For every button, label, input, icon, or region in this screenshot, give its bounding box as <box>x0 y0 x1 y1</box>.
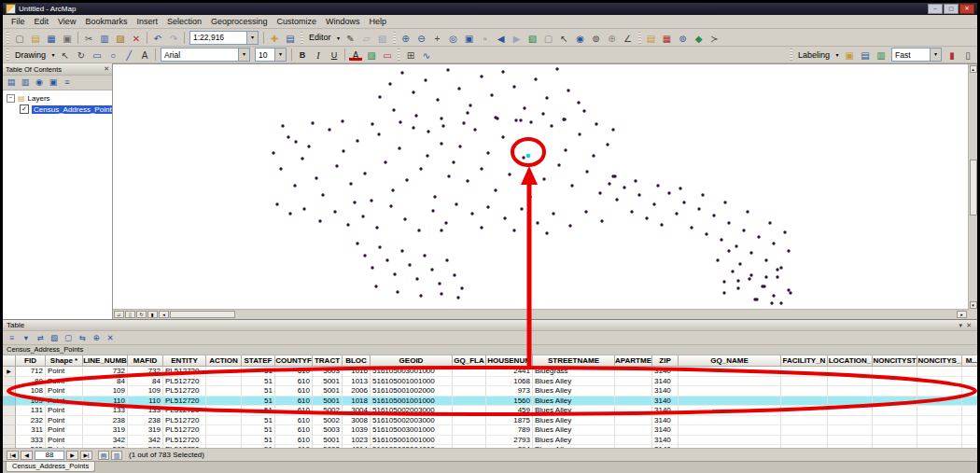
pause-drawing-icon[interactable]: ▮ <box>147 311 158 318</box>
zoom-to-selected-icon[interactable]: ⊕ <box>90 332 103 343</box>
list-by-drawing-order-icon[interactable]: ▤ <box>5 77 18 89</box>
circle-tool-icon[interactable]: ○ <box>105 48 120 62</box>
record-number-input[interactable] <box>35 451 64 460</box>
column-header-housenum[interactable]: HOUSENUM <box>486 355 533 367</box>
save-icon[interactable]: ▦ <box>44 31 59 45</box>
undo-icon[interactable]: ↶ <box>150 31 165 45</box>
menu-selection[interactable]: Selection <box>162 17 206 26</box>
prev-record-button[interactable]: ◀ <box>21 451 33 460</box>
toolbar-grip[interactable] <box>398 49 400 61</box>
redo-icon[interactable]: ↷ <box>166 31 181 45</box>
table-row[interactable]: 80Point8484PL512720516105001101351610500… <box>3 377 977 387</box>
drawing-menu[interactable]: Drawing <box>12 50 49 60</box>
identify-icon[interactable]: ◉ <box>573 31 588 45</box>
edit-pencil-icon[interactable]: ✎ <box>343 31 358 45</box>
python-icon[interactable]: ≻ <box>707 31 722 45</box>
toc-layer-census-address-points[interactable]: ✓ Census_Address_Points <box>3 104 112 115</box>
forward-extent-icon[interactable]: ▶ <box>510 31 525 45</box>
editor-menu[interactable]: Editor <box>306 33 334 42</box>
delete-selected-icon[interactable]: ✕ <box>104 332 117 343</box>
column-header-countyf[interactable]: COUNTYF <box>275 355 313 367</box>
menu-edit[interactable]: Edit <box>30 17 54 26</box>
select-elements-icon[interactable]: ↖ <box>557 31 572 45</box>
map-vertical-scrollbar[interactable]: ▴ ▾ <box>968 64 977 310</box>
toolbar-grip[interactable] <box>301 32 303 44</box>
font-color-icon[interactable]: A <box>348 48 363 62</box>
menu-view[interactable]: View <box>53 17 80 26</box>
open-folder-icon[interactable]: ▤ <box>28 31 43 45</box>
switch-selection-icon[interactable]: ⇆ <box>76 332 89 343</box>
menu-geoprocessing[interactable]: Geoprocessing <box>206 17 273 26</box>
clear-selection-icon[interactable]: ▢ <box>541 31 556 45</box>
italic-button[interactable]: I <box>311 48 326 62</box>
pan-icon[interactable]: + <box>430 31 445 45</box>
row-selector[interactable] <box>3 406 16 416</box>
select-by-attributes-icon[interactable]: ▧ <box>48 332 61 343</box>
next-record-button[interactable]: ▶ <box>66 451 78 460</box>
toc-close-icon[interactable]: ✕ <box>104 65 109 73</box>
table-options-caret-icon[interactable]: ▾ <box>20 332 33 343</box>
zoom-out-icon[interactable]: ⊖ <box>414 31 429 45</box>
table-of-contents-icon[interactable]: ▤ <box>283 31 298 45</box>
column-header-m-[interactable]: M... <box>962 355 977 367</box>
column-header-line-numb[interactable]: LINE_NUMB <box>83 355 128 367</box>
row-selector[interactable] <box>3 416 16 426</box>
underline-button[interactable]: U <box>327 48 342 62</box>
dropdown-caret-icon[interactable]: ▾ <box>335 35 343 41</box>
toc-options-icon[interactable]: ≡ <box>61 77 74 89</box>
toolbar-grip[interactable] <box>638 32 641 44</box>
scroll-up-icon[interactable]: ▴ <box>970 65 977 73</box>
dropdown-caret-icon[interactable]: ▾ <box>274 49 286 61</box>
column-header-bloc[interactable]: BLOC <box>343 355 371 367</box>
label-engine-combo[interactable]: Fast▾ <box>891 48 942 62</box>
toc-layers-root[interactable]: − ▤ Layers <box>3 92 112 104</box>
layout-view-icon[interactable]: ▯ <box>125 311 135 318</box>
column-header-tract[interactable]: TRACT <box>313 355 343 367</box>
scroll-right-icon[interactable]: ▸ <box>957 311 967 318</box>
edit-vertices-icon[interactable]: ▱ <box>359 31 374 45</box>
first-record-button[interactable]: |◀ <box>7 451 19 460</box>
text-tool-icon[interactable]: A <box>137 48 152 62</box>
scrollbar-thumb[interactable] <box>170 311 235 318</box>
menu-help[interactable]: Help <box>365 17 392 26</box>
column-header-shape-[interactable]: Shape * <box>46 355 83 367</box>
fixed-zoom-in-icon[interactable]: ▣ <box>462 31 477 45</box>
table-row[interactable]: 333Point342342PL512720516105001102351610… <box>3 436 977 446</box>
toolbar-grip[interactable] <box>393 32 396 44</box>
row-selector[interactable] <box>3 377 16 387</box>
rectangle-tool-icon[interactable]: ▭ <box>90 48 105 62</box>
refresh-view-icon[interactable]: ↻ <box>136 311 147 318</box>
back-extent-icon[interactable]: ◀ <box>494 31 509 45</box>
row-selector[interactable]: ▶ <box>3 367 16 377</box>
table-row[interactable]: ▶712Point732732PL51272051610500310165161… <box>3 367 977 377</box>
column-header-streetname[interactable]: STREETNAME <box>533 355 615 367</box>
new-document-icon[interactable]: ▢ <box>12 31 27 45</box>
dropdown-caret-icon[interactable]: ▾ <box>49 51 57 58</box>
scrollbar-thumb[interactable] <box>970 160 977 216</box>
delete-icon[interactable]: ✕ <box>129 31 144 45</box>
line-tool-icon[interactable]: ╱ <box>121 48 136 62</box>
go-to-xy-icon[interactable]: ⊕ <box>605 31 620 45</box>
font-size-combo[interactable]: 10▾ <box>255 48 287 62</box>
rotate-tool-icon[interactable]: ↻ <box>74 48 89 62</box>
dropdown-caret-icon[interactable]: ▾ <box>238 49 249 61</box>
column-header-mafid[interactable]: MAFID <box>128 355 163 367</box>
column-header-noncitys-[interactable]: NONCITYS_ <box>917 355 962 367</box>
column-header-noncityst[interactable]: NONCITYST <box>873 355 917 367</box>
label-weight-icon[interactable]: ▥ <box>874 48 889 62</box>
find-icon[interactable]: ⊚ <box>589 31 604 45</box>
column-header-fid[interactable]: FID <box>16 355 46 367</box>
bold-button[interactable]: B <box>295 48 310 62</box>
row-selector[interactable] <box>3 396 16 407</box>
data-view-icon[interactable]: ▱ <box>114 311 124 318</box>
labeling-menu[interactable]: Labeling <box>795 50 833 60</box>
table-row[interactable]: 232Point238238PL512720516105002300851610… <box>3 416 977 426</box>
row-selector[interactable] <box>3 425 16 436</box>
menu-bookmarks[interactable]: Bookmarks <box>80 17 132 26</box>
menu-customize[interactable]: Customize <box>273 17 322 26</box>
menu-file[interactable]: File <box>7 17 30 26</box>
minimize-button[interactable]: – <box>928 4 943 14</box>
clear-selection-icon[interactable]: ▢ <box>62 332 75 343</box>
dropdown-caret-icon[interactable]: ▾ <box>246 32 258 44</box>
show-selected-records-button[interactable]: ▥ <box>111 451 122 460</box>
